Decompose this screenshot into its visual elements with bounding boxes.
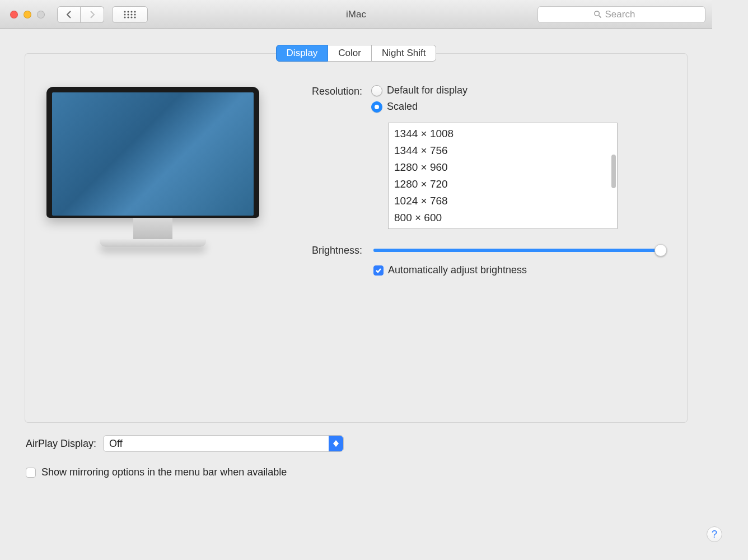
airplay-value: Off — [109, 438, 123, 450]
svg-point-4 — [124, 13, 125, 15]
radio-button-icon — [371, 85, 382, 96]
tab-label: Night Shift — [382, 48, 426, 59]
traffic-lights — [10, 11, 45, 18]
chevron-left-icon — [66, 11, 72, 18]
resolution-list[interactable]: 1344 × 1008 1344 × 756 1280 × 960 1280 ×… — [388, 123, 618, 229]
monitor-stand-neck — [133, 218, 172, 239]
radio-default-for-display[interactable]: Default for display — [371, 85, 618, 96]
bottom-section: AirPlay Display: Off Show mirroring opti… — [0, 423, 712, 478]
display-preview — [41, 85, 265, 276]
tab-bar: Display Color Night Shift — [0, 29, 712, 62]
zoom-window-button[interactable] — [37, 11, 45, 18]
select-arrows-icon — [329, 436, 343, 451]
settings-column: Resolution: Default for display Scaled 1… — [282, 85, 668, 276]
auto-brightness-label: Automatically adjust brightness — [388, 264, 527, 276]
slider-knob[interactable] — [654, 244, 667, 256]
tab-color[interactable]: Color — [328, 45, 372, 62]
nav-buttons — [57, 6, 104, 23]
titlebar: iMac — [0, 0, 712, 29]
resolution-option[interactable]: 1280 × 960 — [394, 159, 611, 176]
back-button[interactable] — [57, 6, 81, 23]
radio-scaled[interactable]: Scaled — [371, 101, 618, 113]
svg-point-8 — [124, 16, 125, 18]
svg-point-11 — [134, 16, 135, 18]
tab-label: Display — [287, 48, 318, 59]
close-window-button[interactable] — [10, 11, 18, 18]
resolution-option[interactable]: 1344 × 1008 — [394, 125, 611, 142]
forward-button[interactable] — [81, 6, 104, 23]
tab-label: Color — [338, 48, 361, 59]
mirroring-checkbox[interactable] — [26, 468, 36, 478]
monitor-stand-base — [100, 239, 206, 247]
main-panel: Resolution: Default for display Scaled 1… — [25, 53, 688, 423]
svg-point-6 — [130, 13, 132, 15]
monitor-screen — [52, 92, 254, 216]
brightness-slider[interactable] — [373, 249, 665, 252]
slider-fill — [373, 249, 656, 252]
brightness-label: Brightness: — [282, 244, 371, 256]
search-field[interactable] — [537, 6, 705, 23]
svg-point-1 — [127, 11, 129, 12]
resolution-label: Resolution: — [282, 85, 371, 97]
radio-label: Scaled — [387, 101, 418, 113]
minimize-window-button[interactable] — [24, 11, 31, 18]
resolution-option[interactable]: 1344 × 756 — [394, 142, 611, 159]
tab-night-shift[interactable]: Night Shift — [372, 45, 436, 62]
auto-brightness-checkbox[interactable] — [373, 265, 384, 276]
svg-point-12 — [594, 11, 599, 16]
svg-line-13 — [599, 16, 601, 18]
svg-point-10 — [130, 16, 132, 18]
resolution-option[interactable]: 1024 × 768 — [394, 193, 611, 209]
resolution-option[interactable]: 1280 × 720 — [394, 176, 611, 193]
help-button[interactable]: ? — [707, 526, 712, 533]
svg-point-2 — [130, 11, 132, 12]
check-icon — [375, 267, 382, 274]
scrollbar[interactable] — [609, 127, 616, 225]
tab-display[interactable]: Display — [276, 45, 329, 62]
show-all-button[interactable] — [112, 6, 148, 23]
chevron-right-icon — [90, 11, 95, 18]
scrollbar-thumb[interactable] — [611, 155, 616, 188]
airplay-label: AirPlay Display: — [26, 438, 96, 450]
svg-point-0 — [124, 11, 125, 12]
resolution-option[interactable]: 800 × 600 — [394, 209, 611, 226]
svg-point-7 — [134, 13, 135, 15]
help-icon: ? — [712, 529, 712, 534]
search-icon — [593, 10, 602, 18]
monitor-frame — [46, 87, 259, 218]
mirroring-label: Show mirroring options in the menu bar w… — [41, 466, 287, 478]
radio-button-icon — [371, 101, 382, 113]
airplay-select[interactable]: Off — [103, 435, 344, 452]
grid-icon — [124, 10, 136, 19]
svg-point-5 — [127, 13, 129, 15]
svg-point-9 — [127, 16, 129, 18]
search-input[interactable] — [605, 9, 650, 20]
radio-label: Default for display — [387, 85, 468, 96]
svg-point-3 — [134, 11, 135, 12]
